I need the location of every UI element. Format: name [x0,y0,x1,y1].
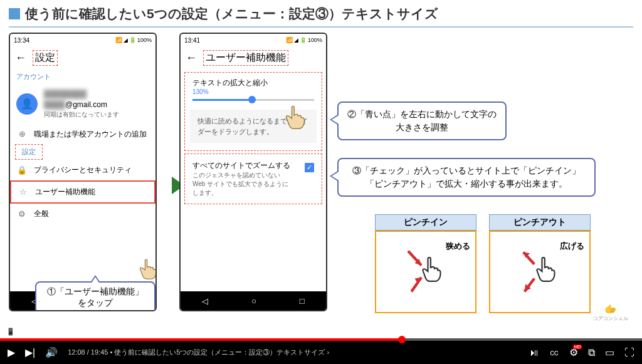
lock-icon: 🔒 [16,165,28,175]
accessibility-header: ユーザー補助機能 [203,50,288,66]
zoom-checkbox[interactable]: ✓ [305,163,314,172]
pinch-in-box: ピンチイン 狭める [375,214,476,313]
miniplayer-button[interactable]: ⧉ [588,347,595,358]
channel-watermark: 📱 スマホのコンシェルジュ [6,327,93,336]
slide-title-bar: 使う前に確認したい5つの設定（メニュー：設定③）テキストサイズ [9,5,633,28]
account-name-blurred: ████████ [44,89,119,100]
section-account: アカウント [10,70,155,84]
autoplay-toggle[interactable]: ⏯ [529,347,539,358]
pointer-hand-icon [135,256,157,284]
pinch-out-icon [518,244,562,300]
general-row[interactable]: ⚙ 全般 [10,204,155,224]
battery-pct: 100% [137,37,152,43]
volume-button[interactable]: 🔊 [45,346,58,358]
account-row[interactable]: 👤 ████████ ████@gmail.com 同期は有効になっています [10,84,155,124]
next-button[interactable]: ▶| [25,346,35,358]
theater-button[interactable]: ▭ [605,346,614,358]
callout-step3: ③「チェック」が入っているとサイト上で「ピンチイン」「ピンチアウト」で拡大・縮小… [337,158,596,197]
hd-badge: HD [573,345,582,349]
zoom-block: すべてのサイトでズームする このジェスチャを認めていない Web サイトでも拡大… [184,153,322,204]
signal-icon-2: ◢ [294,37,298,43]
text-scale-pct: 130% [192,88,314,95]
pointer-hand-slider-icon [281,103,312,134]
general-label: 全般 [34,209,49,219]
android-navbar-2: ◁ ○ □ [181,291,326,310]
gear-icon: ⚙ [16,209,28,219]
battery-icon-2: 🔋 [300,37,307,43]
time-display: 12:08 / 19:45 • 使う前に確認したい5つの設定（メニュー：設定③）… [68,348,329,357]
phone-accessibility: 13:41 📶◢🔋100% ← ユーザー補助機能 テキストの拡大と縮小 130%… [179,33,327,311]
callout-step2: ②「青い点」を左右に動かして文字の大きさを調整 [337,101,507,140]
captions-button[interactable]: ㏄ [549,346,559,359]
battery-pct-2: 100% [308,37,322,43]
nav-recent-icon-2[interactable]: □ [300,296,305,306]
status-time-2: 13:41 [184,37,200,44]
settings-button[interactable]: ⚙HD [569,346,578,358]
youtube-player-bar: ▶ ▶| 🔊 12:08 / 19:45 • 使う前に確認したい5つの設定（メニ… [0,338,642,364]
nav-back-icon-2[interactable]: ◁ [202,296,208,306]
watermark-icon: 📱 [6,328,15,336]
signal-icon: ◢ [124,37,128,43]
privacy-label: プライバシーとセキュリティ [34,165,132,175]
back-arrow-icon[interactable]: ← [15,51,26,65]
add-account-label: 職場または学校アカウントの追加 [34,129,147,140]
avatar-icon: 👤 [16,93,38,115]
privacy-row[interactable]: 🔒 プライバシーとセキュリティ [10,160,155,180]
accessibility-label: ユーザー補助機能 [35,187,95,197]
wifi-icon: 📶 [115,37,122,43]
slide-title: 使う前に確認したい5つの設定（メニュー：設定③）テキストサイズ [25,5,438,23]
accessibility-row[interactable]: ☆ ユーザー補助機能 [10,180,155,204]
status-bar: 13:34 📶◢🔋100% [10,34,155,46]
progress-scrubber[interactable] [398,336,406,343]
zoom-desc: このジェスチャを認めていない Web サイトでも拡大できるようにします。 [192,171,293,197]
title-square-icon [9,8,20,19]
account-email-suffix: @gmail.com [65,100,107,109]
text-scale-slider[interactable] [192,99,314,101]
zoom-title: すべてのサイトでズームする [192,160,293,171]
slider-thumb[interactable] [248,96,256,103]
pinch-out-label: ピンチアウト [489,214,591,231]
play-button[interactable]: ▶ [8,346,15,358]
text-scale-title: テキストの拡大と縮小 [192,78,314,88]
callout-step1: ①「ユーザー補助機能」をタップ [35,281,155,311]
status-bar-2: 13:41 📶◢🔋100% [181,34,326,46]
status-time: 13:34 [14,37,29,44]
add-account-row[interactable]: ⊕ 職場または学校アカウントの追加 [10,124,155,145]
sync-status: 同期は有効になっています [44,110,119,119]
section-settings: 設定 [15,144,43,160]
corner-logo: 🫱 コアコンシェル [593,303,628,322]
back-arrow-icon-2[interactable]: ← [186,51,197,65]
wifi-icon-2: 📶 [286,37,293,43]
phone-settings: 13:34 📶◢🔋100% ← 設定 アカウント 👤 ████████ ████… [9,33,157,311]
pinch-in-icon [404,244,448,300]
accessibility-icon: ☆ [18,187,29,197]
nav-home-icon-2[interactable]: ○ [251,296,256,306]
pinch-in-label: ピンチイン [375,214,476,231]
plus-icon: ⊕ [16,129,28,138]
progress-bar[interactable] [0,338,642,341]
pinch-out-action: 広げる [560,241,584,252]
battery-icon: 🔋 [129,37,136,43]
settings-header: 設定 [33,50,58,66]
fullscreen-button[interactable]: ⛶ [624,347,634,358]
pinch-out-box: ピンチアウト 広げる [489,214,591,313]
pinch-in-action: 狭める [446,241,470,252]
